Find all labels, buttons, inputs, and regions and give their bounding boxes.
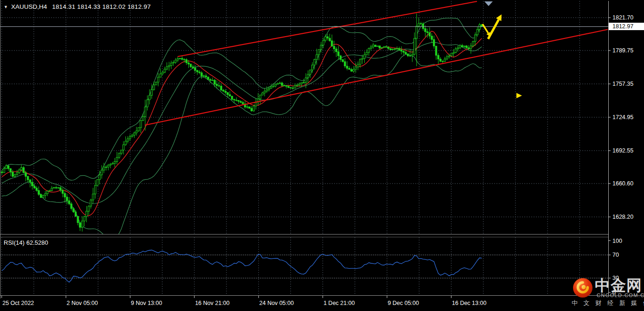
ohlc-values: 1814.31 1814.33 1812.02 1812.97 xyxy=(52,3,151,10)
time-axis-label: 25 Oct 2022 xyxy=(2,300,34,306)
price-axis-label: 1660.60 xyxy=(612,180,633,187)
rsi-axis-label: 70 xyxy=(612,252,619,258)
rsi-name: RSI(14) xyxy=(4,239,25,246)
chart-canvas[interactable] xyxy=(0,0,644,311)
cngold-watermark: 中金网 CNGOLD.COM.CN 中 文 财 经 新 媒 体 xyxy=(570,276,644,309)
chart-title: ▼ XAUUSD,H4 1814.31 1814.33 1812.02 1812… xyxy=(4,3,151,10)
rsi-axis-label: 100 xyxy=(612,238,622,244)
mt4-chart-window: ▼ XAUUSD,H4 1814.31 1814.33 1812.02 1812… xyxy=(0,0,644,311)
price-axis-label: 1692.55 xyxy=(612,147,633,154)
rsi-value: 62.5280 xyxy=(26,239,48,246)
cngold-logo-icon xyxy=(573,278,592,298)
price-axis-label: 1724.95 xyxy=(612,114,633,121)
time-axis-label: 24 Nov 05:00 xyxy=(259,300,294,306)
rsi-indicator-label: RSI(14)62.5280 xyxy=(4,239,50,246)
time-axis-label: 16 Dec 13:00 xyxy=(452,300,486,306)
time-axis-label: 9 Dec 05:00 xyxy=(388,300,419,306)
symbol-dropdown-icon[interactable]: ▼ xyxy=(4,5,8,9)
symbol-timeframe-label: XAUUSD,H4 xyxy=(11,3,47,10)
cngold-domain: CNGOLD.COM.CN xyxy=(597,292,644,298)
price-axis-label: 1821.70 xyxy=(612,14,633,21)
price-axis-label: 1628.20 xyxy=(612,214,633,220)
time-axis-label: 2 Nov 05:00 xyxy=(67,300,98,306)
price-axis-label: 1757.35 xyxy=(612,81,633,87)
time-axis-label: 9 Nov 13:00 xyxy=(131,300,162,306)
price-axis-label: 1789.75 xyxy=(612,47,633,54)
time-axis-label: 16 Nov 21:00 xyxy=(195,300,229,306)
current-price-badge: 1812.97 xyxy=(609,23,644,30)
cngold-tagline: 中 文 财 经 新 媒 体 xyxy=(572,299,644,307)
time-axis-label: 1 Dec 21:00 xyxy=(323,300,354,306)
